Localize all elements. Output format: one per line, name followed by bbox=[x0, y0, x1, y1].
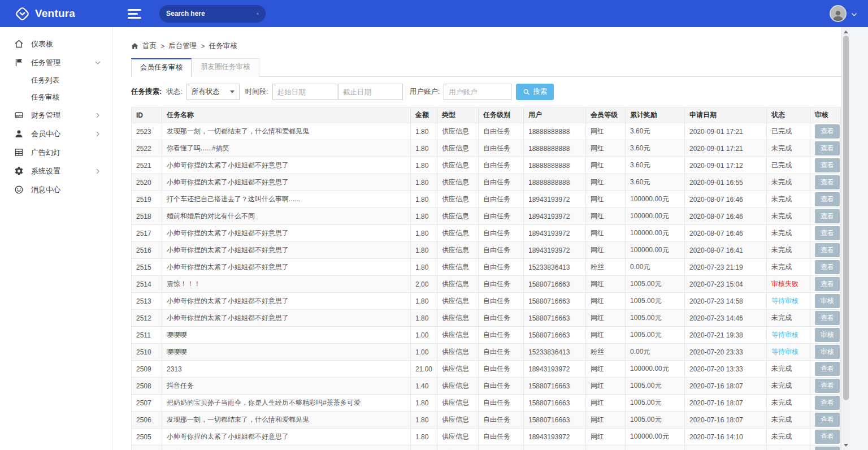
status-badge: 未完成 bbox=[771, 432, 792, 440]
view-button[interactable]: 查看 bbox=[815, 192, 840, 206]
cell-action: 查看 bbox=[810, 429, 841, 445]
view-button[interactable]: 查看 bbox=[815, 447, 840, 450]
cell-name: 小帅哥你捏的太紧了小姐姐都不好意思了 bbox=[162, 157, 411, 174]
view-button[interactable]: 查看 bbox=[815, 379, 840, 393]
cell-level: 自由任务 bbox=[479, 293, 524, 310]
view-button[interactable]: 查看 bbox=[815, 311, 840, 325]
search-input[interactable] bbox=[166, 10, 257, 18]
status-badge: 审核失败 bbox=[771, 280, 798, 288]
gear-icon bbox=[14, 166, 24, 176]
cell-reward: 3.60元 bbox=[626, 174, 685, 191]
review-button[interactable]: 审核 bbox=[815, 345, 840, 359]
view-button[interactable]: 查看 bbox=[815, 209, 840, 223]
cell-type: 供应信息 bbox=[437, 429, 479, 445]
breadcrumb-home[interactable]: 首页 bbox=[142, 41, 157, 51]
cell-name: 小帅哥你捏的太紧了小姐姐都不好意思了 bbox=[162, 242, 411, 259]
cell-action: 查看 bbox=[810, 259, 841, 276]
cell-date: 2020-08-07 16:41 bbox=[685, 242, 767, 259]
tab-moments-task-review[interactable]: 朋友圈任务审核 bbox=[192, 58, 259, 77]
scroll-up-icon[interactable] bbox=[844, 31, 848, 33]
tab-member-task-review[interactable]: 会员任务审核 bbox=[131, 58, 192, 77]
cell-grade: 网红 bbox=[586, 412, 626, 429]
search-icon bbox=[523, 88, 530, 96]
menu-toggle-icon[interactable] bbox=[128, 7, 141, 21]
cell-grade: 网红 bbox=[586, 276, 626, 293]
cell-amount: 1.80 bbox=[411, 208, 437, 225]
view-button[interactable]: 查看 bbox=[815, 362, 840, 376]
status-badge: 未完成 bbox=[771, 263, 792, 271]
cell-date: 2020-09-01 17:21 bbox=[685, 123, 767, 140]
brand[interactable]: Ventura bbox=[0, 6, 113, 21]
view-button[interactable]: 查看 bbox=[815, 260, 840, 274]
end-date-input[interactable] bbox=[338, 84, 403, 100]
view-button[interactable]: 查看 bbox=[815, 413, 840, 427]
view-button[interactable]: 查看 bbox=[815, 124, 840, 139]
search-icon[interactable] bbox=[257, 10, 259, 18]
view-button[interactable]: 查看 bbox=[815, 396, 840, 410]
status-badge: 未完成 bbox=[771, 314, 792, 322]
sidebar-item-ad-slides[interactable]: 广告幻灯 bbox=[0, 143, 112, 162]
cell-reward: 100000.00元 bbox=[626, 208, 685, 225]
cell-name: 发现那一刻，一切都结束了，什么情和爱都见鬼 bbox=[162, 123, 411, 140]
view-button[interactable]: 查看 bbox=[815, 226, 840, 240]
sidebar: 仪表板任务管理任务列表任务审核财务管理会员中心广告幻灯系统设置消息中心 bbox=[0, 27, 113, 450]
chevron-down-icon[interactable] bbox=[850, 10, 858, 18]
cell-action: 审核 bbox=[810, 293, 841, 310]
sidebar-item-member-center[interactable]: 会员中心 bbox=[0, 124, 112, 143]
sidebar-subitem-task-list[interactable]: 任务列表 bbox=[0, 72, 112, 89]
sidebar-item-message-center[interactable]: 消息中心 bbox=[0, 180, 112, 199]
column-header-date: 申请日期 bbox=[685, 107, 767, 123]
status-badge: 未完成 bbox=[771, 365, 792, 373]
sidebar-item-finance[interactable]: 财务管理 bbox=[0, 106, 112, 124]
view-button[interactable]: 查看 bbox=[815, 175, 840, 189]
breadcrumb-admin[interactable]: 后台管理 bbox=[168, 41, 197, 51]
cell-level: 自由任务 bbox=[479, 412, 524, 429]
cell-user: 18943193972 bbox=[524, 225, 586, 242]
view-button[interactable]: 查看 bbox=[815, 243, 840, 257]
cell-reward: 1005.00元 bbox=[626, 276, 685, 293]
view-button[interactable]: 查看 bbox=[815, 430, 840, 444]
cell-reward: 3.60元 bbox=[626, 157, 685, 174]
cell-amount: 1.80 bbox=[411, 174, 437, 191]
start-date-input[interactable] bbox=[272, 84, 337, 100]
cell-grade: 网红 bbox=[586, 378, 626, 395]
cell-type: 供应信息 bbox=[437, 395, 479, 412]
cell-date: 2020-07-23 14:58 bbox=[685, 293, 767, 310]
navbar-search bbox=[159, 5, 266, 23]
vertical-scrollbar[interactable] bbox=[841, 27, 850, 450]
scroll-down-icon[interactable] bbox=[844, 444, 848, 447]
scrollbar-thumb[interactable] bbox=[843, 36, 849, 400]
task-search-label: 任务搜索: bbox=[131, 87, 162, 97]
cell-action: 审核 bbox=[810, 344, 841, 361]
status-badge: 已完成 bbox=[771, 127, 792, 135]
account-input[interactable] bbox=[444, 84, 511, 100]
cell-name: 小帅哥你捏的太紧了小姐姐都不好意思了 bbox=[162, 225, 411, 242]
cell-user: 15880716663 bbox=[524, 293, 586, 310]
table-row: 2521小帅哥你捏的太紧了小姐姐都不好意思了1.80供应信息自由任务188888… bbox=[132, 157, 841, 174]
cell-name: 发现那一刻，一切都结束了，什么情和爱都见鬼 bbox=[162, 412, 411, 429]
sidebar-subitem-task-review[interactable]: 任务审核 bbox=[0, 89, 112, 106]
status-select[interactable]: 所有状态 bbox=[186, 84, 240, 100]
status-label: 状态: bbox=[166, 87, 182, 97]
sidebar-item-system-settings[interactable]: 系统设置 bbox=[0, 162, 112, 180]
sidebar-item-dashboard[interactable]: 仪表板 bbox=[0, 34, 112, 53]
cell-level: 自由任务 bbox=[479, 378, 524, 395]
review-button[interactable]: 审核 bbox=[815, 294, 840, 308]
column-header-level: 任务级别 bbox=[479, 107, 524, 123]
cell-user: 18943193972 bbox=[524, 208, 586, 225]
review-button[interactable]: 审核 bbox=[815, 328, 840, 342]
table-row: 2512小帅哥你捏的太紧了小姐姐都不好意思了1.80供应信息自由任务158807… bbox=[132, 310, 841, 327]
view-button[interactable]: 查看 bbox=[815, 158, 840, 172]
cell-user: 15880716663 bbox=[524, 378, 586, 395]
sidebar-item-task-management[interactable]: 任务管理 bbox=[0, 53, 112, 72]
view-button[interactable]: 查看 bbox=[815, 277, 840, 291]
avatar[interactable] bbox=[830, 5, 847, 22]
chevron-down-icon bbox=[94, 59, 101, 66]
view-button[interactable]: 查看 bbox=[815, 141, 840, 155]
cell-status: 未完成 bbox=[767, 310, 810, 327]
cell-status: 等待审核 bbox=[767, 293, 810, 310]
column-header-reward: 累计奖励 bbox=[626, 107, 685, 123]
sidebar-item-label: 系统设置 bbox=[31, 166, 94, 176]
search-button[interactable]: 搜索 bbox=[516, 84, 554, 100]
cell-reward: 100000.00元 bbox=[626, 191, 685, 208]
